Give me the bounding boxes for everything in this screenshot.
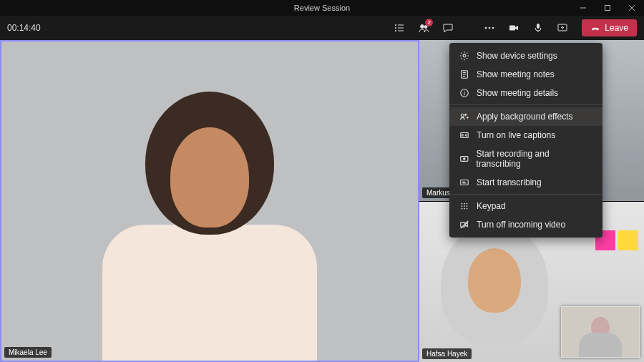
roster-list-button[interactable]: [389, 17, 410, 39]
meeting-toolbar: 00:14:40 2 Leave: [0, 16, 644, 40]
title-bar: Review Session: [0, 0, 644, 16]
person-figure: [468, 248, 521, 313]
camera-icon: [508, 22, 519, 34]
svg-point-5: [395, 27, 396, 29]
ellipsis-icon: [484, 22, 495, 34]
gear-icon: [459, 51, 469, 61]
svg-point-19: [463, 54, 466, 57]
meeting-timer: 00:14:40: [7, 23, 41, 33]
menu-item-keypad[interactable]: Keypad: [449, 197, 602, 215]
window-controls: [571, 0, 644, 16]
svg-point-42: [464, 205, 465, 207]
cc-icon: [459, 130, 469, 140]
share-icon: [557, 22, 568, 34]
svg-point-34: [463, 157, 465, 160]
window-title: Review Session: [294, 4, 350, 12]
self-preview[interactable]: [561, 306, 640, 358]
menu-item-turn-off-incoming-video[interactable]: Turn off incoming video: [449, 215, 602, 234]
menu-item-label: Start recording and transcribing: [477, 149, 592, 169]
menu-separator: [449, 194, 602, 195]
keypad-icon: [459, 201, 469, 211]
camera-button[interactable]: [503, 17, 525, 39]
people-button[interactable]: 2: [413, 17, 434, 39]
menu-item-label: Keypad: [477, 201, 506, 211]
svg-point-14: [492, 27, 494, 29]
chat-icon: [442, 22, 454, 34]
notes-icon: [459, 69, 469, 79]
menu-separator: [449, 104, 602, 105]
leave-label: Leave: [605, 23, 628, 33]
hangup-icon: [590, 23, 600, 33]
svg-point-27: [461, 114, 464, 117]
menu-item-meeting-notes[interactable]: Show meeting notes: [449, 65, 602, 84]
video-off-icon: [459, 220, 469, 230]
chat-button[interactable]: [437, 17, 459, 39]
svg-point-6: [395, 30, 396, 31]
person-figure: [102, 225, 317, 361]
menu-item-live-captions[interactable]: Turn on live captions: [449, 126, 602, 145]
svg-point-12: [485, 27, 487, 29]
minimize-button[interactable]: [571, 0, 595, 16]
menu-item-label: Show meeting details: [477, 88, 558, 98]
menu-item-background-effects[interactable]: Apply background effects: [449, 107, 602, 126]
menu-item-label: Show device settings: [477, 51, 557, 61]
sticky-note: [618, 230, 638, 250]
more-actions-menu: Show device settings Show meeting notes …: [449, 43, 602, 238]
svg-point-39: [464, 203, 465, 205]
microphone-button[interactable]: [527, 17, 549, 39]
svg-line-48: [461, 221, 469, 229]
svg-point-44: [462, 208, 463, 210]
share-screen-button[interactable]: [552, 17, 573, 39]
participant-name-chip: Mikaela Lee: [4, 347, 52, 358]
svg-point-46: [467, 208, 468, 210]
person-figure: [579, 333, 622, 357]
menu-item-label: Apply background effects: [477, 112, 573, 122]
svg-point-38: [462, 203, 463, 205]
microphone-icon: [532, 22, 544, 34]
svg-point-10: [421, 25, 424, 29]
background-effects-icon: [459, 112, 469, 122]
info-icon: [459, 88, 469, 98]
transcribe-icon: [459, 177, 469, 187]
menu-item-label: Turn on live captions: [477, 130, 555, 140]
person-figure: [170, 127, 249, 228]
menu-item-device-settings[interactable]: Show device settings: [449, 47, 602, 65]
svg-rect-1: [605, 6, 610, 11]
svg-rect-35: [461, 180, 469, 185]
svg-point-41: [462, 205, 463, 207]
record-icon: [459, 154, 469, 164]
menu-item-meeting-details[interactable]: Show meeting details: [449, 84, 602, 102]
svg-point-45: [464, 208, 465, 210]
svg-point-13: [489, 27, 491, 29]
more-actions-button[interactable]: [479, 17, 500, 39]
svg-point-4: [395, 24, 396, 26]
svg-point-40: [467, 203, 468, 205]
people-badge: 2: [425, 19, 433, 26]
svg-rect-16: [537, 24, 540, 29]
video-tile-main[interactable]: Mikaela Lee: [0, 40, 419, 362]
maximize-button[interactable]: [595, 0, 620, 16]
close-button[interactable]: [620, 0, 644, 16]
menu-item-start-recording[interactable]: Start recording and transcribing: [449, 145, 602, 173]
svg-point-26: [464, 91, 464, 92]
menu-item-label: Show meeting notes: [477, 69, 555, 79]
menu-item-label: Turn off incoming video: [477, 220, 565, 230]
participant-name-chip: Hafsa Hayek: [422, 348, 472, 359]
svg-rect-15: [509, 26, 515, 31]
menu-item-start-transcribing[interactable]: Start transcribing: [449, 173, 602, 192]
leave-button[interactable]: Leave: [582, 19, 637, 36]
list-icon: [394, 22, 405, 34]
svg-point-43: [467, 205, 468, 207]
menu-item-label: Start transcribing: [477, 177, 542, 187]
